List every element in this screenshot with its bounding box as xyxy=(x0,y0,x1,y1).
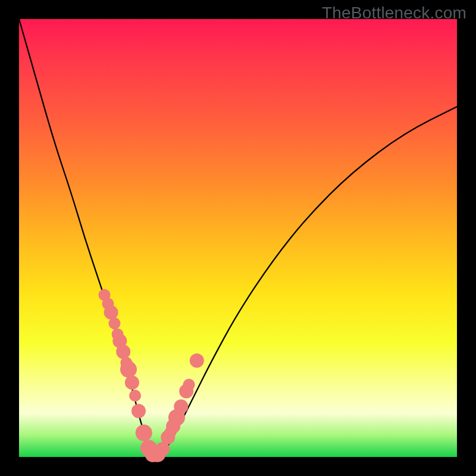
v-curve-line xyxy=(19,19,457,455)
pink-bead xyxy=(183,379,195,391)
pink-bead xyxy=(125,375,139,390)
pink-bead xyxy=(174,399,188,414)
pink-bead xyxy=(136,425,152,441)
pink-bead xyxy=(129,390,141,402)
pink-bead xyxy=(108,318,120,330)
pink-bead xyxy=(116,345,130,359)
chart-svg xyxy=(19,19,457,457)
pink-bead xyxy=(190,353,204,368)
outer-frame: TheBottleneck.com xyxy=(0,0,476,476)
pink-bead xyxy=(120,361,137,378)
pink-bead xyxy=(131,404,146,418)
watermark-text: TheBottleneck.com xyxy=(322,4,466,23)
plot-area xyxy=(19,19,457,457)
pink-bead-group xyxy=(99,289,204,462)
pink-bead xyxy=(104,305,118,320)
